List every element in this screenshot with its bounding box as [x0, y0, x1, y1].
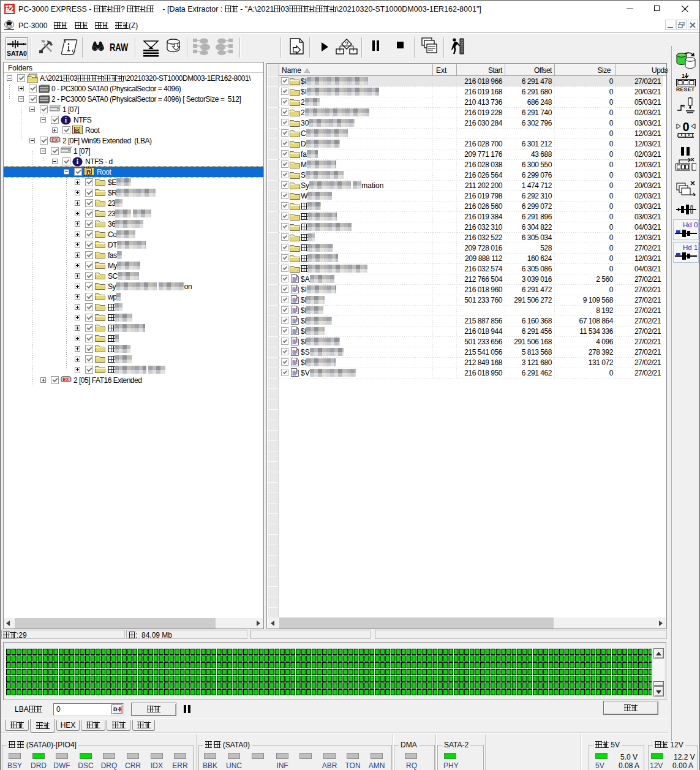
svg-text:?: ? [345, 41, 348, 48]
svg-text:R: R [75, 127, 80, 134]
svg-text:R: R [87, 168, 91, 175]
svg-text:EX: EX [51, 137, 58, 143]
svg-text:0: 0 [682, 121, 689, 134]
svg-text:EX: EX [62, 377, 69, 382]
